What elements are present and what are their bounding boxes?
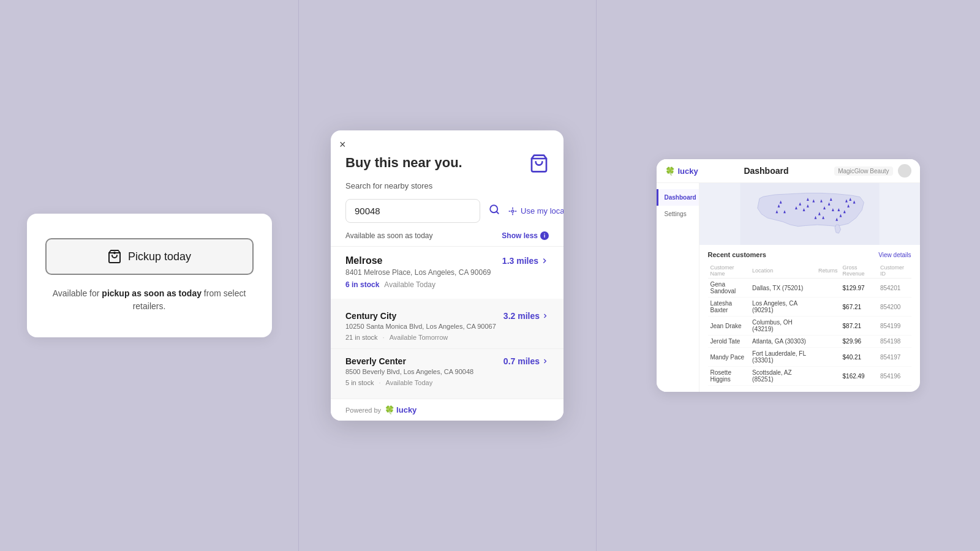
featured-store: Melrose 1.3 miles 8401 Melrose Place, Lo… xyxy=(331,246,564,299)
cell-location-0: Dallas, TX (75201) xyxy=(750,279,816,298)
cell-id-5: 854196 xyxy=(878,367,911,386)
cell-location-5: Scottsdale, AZ (85251) xyxy=(750,367,816,386)
search-button[interactable] xyxy=(486,201,502,220)
chevron-right-icon xyxy=(541,358,549,365)
store-0-name: Century City xyxy=(345,311,396,321)
table-header-row: Customer Name Location Returns Gross Rev… xyxy=(708,263,911,279)
panel-2: × Buy this near you. Search for nearby s… xyxy=(298,0,596,551)
store-0-badges: 21 in stock · Available Tomorrow xyxy=(345,334,549,341)
search-input[interactable] xyxy=(345,199,480,223)
featured-store-name: Melrose xyxy=(345,255,382,266)
chevron-right-icon xyxy=(540,257,549,265)
location-icon xyxy=(508,207,517,216)
svg-point-1 xyxy=(114,252,115,253)
cell-returns-4 xyxy=(816,348,840,367)
cell-id-3: 854198 xyxy=(878,335,911,348)
modal-search-row: Use my location xyxy=(331,199,564,229)
svg-point-5 xyxy=(511,210,514,212)
featured-store-name-row: Melrose 1.3 miles xyxy=(345,255,549,266)
featured-store-distance: 1.3 miles xyxy=(502,256,549,266)
cell-returns-0 xyxy=(816,279,840,298)
table-row: Mandy Pace Fort Lauderdale, FL (33301) $… xyxy=(708,348,911,367)
table-row: Latesha Baxter Los Angeles, CA (90291) $… xyxy=(708,298,911,317)
featured-store-address: 8401 Melrose Place, Los Angeles, CA 9006… xyxy=(345,268,549,277)
show-less-button[interactable]: Show less i xyxy=(502,231,549,240)
cell-location-2: Columbus, OH (43219) xyxy=(750,317,816,335)
view-details-button[interactable]: View details xyxy=(878,252,911,258)
table-row: Rosette Higgins Scottsdale, AZ (85251) $… xyxy=(708,367,911,386)
map-area xyxy=(699,183,920,245)
dashboard-card: 🍀 lucky Dashboard MagicGlow Beauty Dashb… xyxy=(657,159,920,392)
modal-bag-icon xyxy=(529,154,549,178)
col-revenue: Gross Revenue xyxy=(840,263,878,279)
pickup-card: Pickup today Available for pickup as soo… xyxy=(27,214,272,337)
dashboard-body: Dashboard Settings xyxy=(657,183,920,392)
col-returns: Returns xyxy=(816,263,840,279)
store-0-name-row: Century City 3.2 miles xyxy=(345,311,549,321)
panel-3: 🍀 lucky Dashboard MagicGlow Beauty Dashb… xyxy=(596,0,980,551)
brand-tag: MagicGlow Beauty xyxy=(834,167,892,176)
store-1-avail: Available Today xyxy=(386,379,433,386)
store-1-name: Beverly Center xyxy=(345,356,406,366)
cell-revenue-1: $67.21 xyxy=(840,298,878,317)
modal-footer: Powered by 🍀 lucky xyxy=(331,399,564,421)
cell-name-3: Jerold Tate xyxy=(708,335,750,348)
stores-list: Century City 3.2 miles 10250 Santa Monic… xyxy=(331,299,564,399)
customers-section: Recent customers View details Customer N… xyxy=(699,245,920,392)
avatar xyxy=(898,164,911,178)
featured-stock-badge: 6 in stock xyxy=(345,280,379,289)
store-item-1[interactable]: Beverly Center 0.7 miles 8500 Beverly Bl… xyxy=(331,349,564,394)
cell-name-1: Latesha Baxter xyxy=(708,298,750,317)
customers-header: Recent customers View details xyxy=(708,251,911,258)
cell-id-4: 854197 xyxy=(878,348,911,367)
modal-avail-row: Available as soon as today Show less i xyxy=(331,229,564,246)
store-1-badges: 5 in stock · Available Today xyxy=(345,379,549,386)
store-0-avail: Available Tomorrow xyxy=(390,334,448,341)
col-location: Location xyxy=(750,263,816,279)
table-row: Gena Sandoval Dallas, TX (75201) $129.97… xyxy=(708,279,911,298)
store-item-0[interactable]: Century City 3.2 miles 10250 Santa Monic… xyxy=(331,304,564,349)
cell-name-4: Mandy Pace xyxy=(708,348,750,367)
store-1-stock: 5 in stock xyxy=(345,379,374,386)
cell-revenue-5: $162.49 xyxy=(840,367,878,386)
customers-table: Customer Name Location Returns Gross Rev… xyxy=(708,263,911,386)
dashboard-actions: MagicGlow Beauty xyxy=(834,164,911,178)
store-1-address: 8500 Beverly Blvd, Los Angeles, CA 90048 xyxy=(345,368,549,375)
dashboard-title-section: Dashboard xyxy=(744,166,788,176)
pickup-today-button[interactable]: Pickup today xyxy=(45,238,254,275)
svg-line-4 xyxy=(496,211,498,213)
table-row: Jean Drake Columbus, OH (43219) $87.21 8… xyxy=(708,317,911,335)
store-0-address: 10250 Santa Monica Blvd, Los Angeles, CA… xyxy=(345,323,549,330)
main-container: Pickup today Available for pickup as soo… xyxy=(0,0,980,551)
divider-2 xyxy=(596,0,597,551)
cell-location-1: Los Angeles, CA (90291) xyxy=(750,298,816,317)
store-finder-modal: × Buy this near you. Search for nearby s… xyxy=(331,130,564,421)
cell-returns-5 xyxy=(816,367,840,386)
use-location-button[interactable]: Use my location xyxy=(508,206,564,216)
us-map-svg xyxy=(699,183,920,245)
modal-close-button[interactable]: × xyxy=(339,139,346,150)
panel-1: Pickup today Available for pickup as soo… xyxy=(0,0,298,551)
cell-name-5: Rosette Higgins xyxy=(708,367,750,386)
cell-returns-3 xyxy=(816,335,840,348)
store-1-distance: 0.7 miles xyxy=(503,356,549,366)
cell-revenue-0: $129.97 xyxy=(840,279,878,298)
availability-text: Available as soon as today xyxy=(345,231,433,240)
store-0-stock: 21 in stock xyxy=(345,334,378,341)
modal-title: Buy this near you. xyxy=(345,155,462,171)
dashboard-main: Recent customers View details Customer N… xyxy=(699,183,920,392)
info-badge: i xyxy=(540,231,549,240)
cell-returns-1 xyxy=(816,298,840,317)
lucky-logo-dash: 🍀 lucky xyxy=(665,167,698,176)
search-icon xyxy=(489,204,500,215)
col-id: Customer ID xyxy=(878,263,911,279)
cell-location-3: Atlanta, GA (30303) xyxy=(750,335,816,348)
featured-avail-badge: Available Today xyxy=(384,280,435,289)
cell-id-2: 854199 xyxy=(878,317,911,335)
cell-id-1: 854200 xyxy=(878,298,911,317)
nav-item-dashboard[interactable]: Dashboard xyxy=(657,189,699,206)
cell-revenue-2: $87.21 xyxy=(840,317,878,335)
col-customer-name: Customer Name xyxy=(708,263,750,279)
nav-item-settings[interactable]: Settings xyxy=(657,206,699,222)
customers-title: Recent customers xyxy=(708,251,766,258)
